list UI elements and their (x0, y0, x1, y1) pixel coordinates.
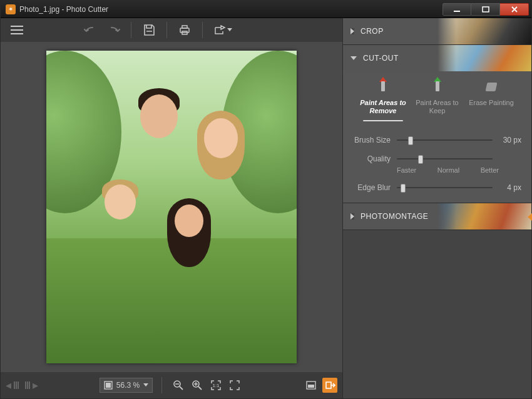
fit-screen-icon: 1:1 (210, 380, 222, 391)
brush-size-label: Brush Size (353, 136, 391, 144)
close-button[interactable] (500, 3, 529, 16)
mode-paint-remove-label: Paint Areas to Remove (358, 99, 408, 115)
brush-size-value: 30 px (499, 136, 521, 144)
svg-rect-11 (308, 385, 314, 388)
export-button[interactable] (210, 21, 235, 39)
panel-cutout-body: Paint Areas to Remove Paint Areas to Kee… (343, 71, 531, 203)
quality-tick-normal: Normal (437, 166, 459, 174)
zoom-value: 56.3 % (116, 381, 140, 390)
window-controls (442, 3, 529, 16)
chevron-right-icon (350, 28, 354, 34)
bars-icon (25, 381, 30, 389)
chevron-down-icon (227, 28, 232, 32)
cutout-mode-row: Paint Areas to Remove Paint Areas to Kee… (353, 79, 521, 126)
next-image-button[interactable]: ▸ (24, 378, 38, 392)
svg-rect-1 (483, 7, 489, 12)
svg-rect-6 (106, 383, 111, 388)
app-icon: ✶ (6, 4, 16, 14)
compare-icon (305, 380, 317, 391)
minimize-button[interactable] (442, 3, 471, 16)
redo-icon (106, 25, 120, 35)
maximize-icon (482, 6, 489, 13)
quality-ticks: Faster Normal Better (397, 166, 521, 174)
menu-icon (11, 26, 23, 34)
zoom-in-button[interactable] (190, 378, 205, 393)
chevron-right-icon (350, 213, 354, 220)
bars-icon (14, 381, 19, 389)
brush-size-slider[interactable] (397, 135, 493, 145)
mode-erase[interactable]: Erase Painting (466, 79, 516, 121)
eraser-icon (485, 79, 498, 95)
panel-crop-thumb (437, 18, 531, 44)
svg-rect-0 (454, 11, 460, 12)
save-button[interactable] (139, 21, 159, 39)
edge-blur-row: Edge Blur 4 px (353, 183, 521, 193)
zoom-out-icon (173, 380, 184, 391)
window-title: Photo_1.jpg - Photo Cutter (19, 5, 442, 14)
svg-rect-3 (182, 26, 187, 28)
app-frame: ✶ Photo_1.jpg - Photo Cutter (0, 0, 532, 399)
chevron-down-icon (350, 56, 357, 60)
maximize-button[interactable] (471, 3, 500, 16)
canvas-area[interactable] (1, 42, 342, 372)
side-panel: CROP CUT-OUT Paint Areas to Remove (342, 18, 531, 398)
photo-preview (46, 51, 297, 363)
undo-icon (84, 25, 98, 35)
fit-rect-icon (104, 381, 113, 390)
arrow-left-icon: ◂ (6, 378, 11, 392)
panel-crop-title: CROP (361, 27, 384, 36)
svg-text:1:1: 1:1 (213, 383, 220, 388)
canvas-column: ◂ ▸ 56.3 % (1, 18, 342, 398)
quality-row: Quality (353, 154, 521, 164)
panel-cutout-title: CUT-OUT (363, 54, 399, 63)
apply-button[interactable] (322, 378, 337, 393)
save-icon (143, 24, 155, 36)
app-body: ◂ ▸ 56.3 % (1, 18, 531, 398)
close-icon (511, 6, 518, 13)
marker-green-icon (431, 79, 444, 95)
panel-photomontage-header[interactable]: PHOTOMONTAGE (343, 203, 531, 230)
bottom-toolbar: ◂ ▸ 56.3 % (1, 372, 342, 398)
marker-red-icon (377, 79, 389, 95)
panel-photomontage: PHOTOMONTAGE (343, 203, 531, 230)
panel-cutout-header[interactable]: CUT-OUT (343, 45, 531, 71)
panel-photomontage-thumb (437, 203, 531, 230)
edge-blur-label: Edge Blur (353, 183, 391, 192)
top-toolbar (1, 18, 342, 42)
mode-erase-label: Erase Painting (469, 99, 514, 107)
print-button[interactable] (175, 21, 195, 39)
zoom-in-icon (192, 380, 203, 391)
compare-button[interactable] (304, 378, 319, 393)
quality-label: Quality (353, 154, 391, 163)
svg-rect-2 (180, 28, 189, 33)
apply-icon (324, 380, 335, 391)
mode-paint-remove[interactable]: Paint Areas to Remove (358, 79, 408, 121)
actual-size-icon (229, 380, 240, 391)
quality-tick-better: Better (481, 166, 499, 174)
quality-slider[interactable] (397, 154, 493, 164)
redo-button[interactable] (103, 21, 123, 39)
export-icon (213, 25, 226, 35)
brush-size-row: Brush Size 30 px (353, 135, 521, 145)
zoom-out-button[interactable] (171, 378, 186, 393)
print-icon (178, 24, 191, 36)
arrow-right-icon: ▸ (33, 378, 38, 392)
fit-screen-button[interactable]: 1:1 (208, 378, 223, 393)
menu-button[interactable] (7, 21, 27, 39)
zoom-field[interactable]: 56.3 % (100, 378, 153, 393)
edge-blur-slider[interactable] (397, 183, 493, 193)
minimize-icon (453, 6, 461, 13)
undo-button[interactable] (81, 21, 101, 39)
prev-image-button[interactable]: ◂ (6, 378, 20, 392)
panel-cutout: CUT-OUT Paint Areas to Remove Paint Area… (343, 45, 531, 203)
mode-paint-keep[interactable]: Paint Areas to Keep (412, 79, 463, 121)
panel-marker-icon (528, 213, 532, 221)
titlebar: ✶ Photo_1.jpg - Photo Cutter (1, 1, 531, 18)
panel-cutout-thumb (437, 45, 531, 71)
panel-crop-header[interactable]: CROP (343, 18, 531, 44)
quality-tick-faster: Faster (397, 166, 416, 174)
edge-blur-value: 4 px (499, 183, 521, 192)
actual-size-button[interactable] (227, 378, 242, 393)
panel-photomontage-title: PHOTOMONTAGE (361, 212, 428, 221)
mode-paint-keep-label: Paint Areas to Keep (412, 99, 463, 115)
